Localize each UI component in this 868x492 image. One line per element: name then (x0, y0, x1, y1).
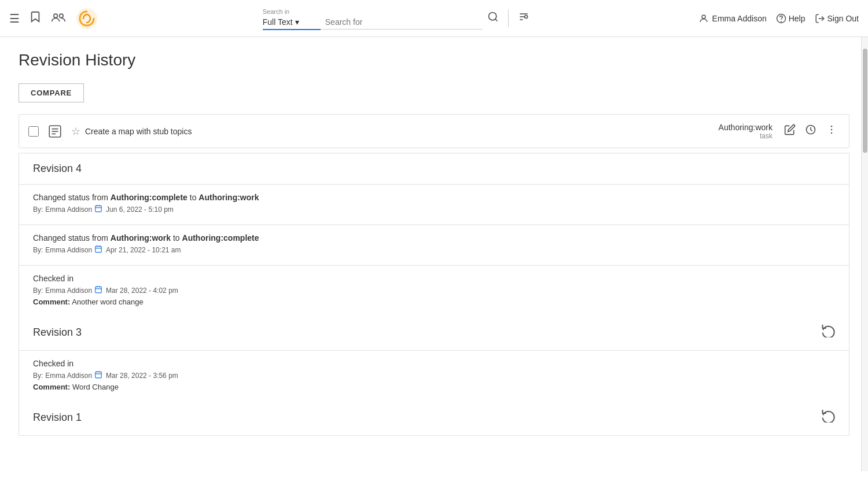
by-label: By: (33, 205, 43, 214)
revision-section-4: Revision 4 Changed status from Authoring… (19, 153, 849, 314)
signout-label: Sign Out (827, 14, 859, 23)
date: Mar 28, 2022 - 4:02 pm (106, 287, 178, 295)
revision-action: Changed status from Authoring:complete t… (33, 193, 835, 202)
search-in-wrapper: Search in Full Text ▾ (263, 7, 321, 30)
svg-point-0 (54, 14, 58, 18)
svg-point-9 (702, 15, 705, 19)
signout-button[interactable]: Sign Out (815, 13, 859, 24)
main-content: Revision History COMPARE ☆ Create a map … (0, 37, 868, 450)
author: Emma Addison (45, 372, 92, 380)
page-title: Revision History (19, 51, 849, 69)
search-for-wrapper (321, 7, 483, 30)
revision-comment: Comment: Another word change (33, 298, 835, 306)
revision-comment: Comment: Word Change (33, 383, 835, 391)
svg-point-1 (60, 14, 64, 18)
by-label: By: (33, 372, 43, 380)
svg-point-19 (831, 129, 833, 131)
svg-point-3 (488, 13, 496, 20)
doc-status-sub: task (719, 132, 773, 140)
revision-section-3: Revision 3 Checked in By: Emma Addison (19, 314, 849, 399)
header-center: Search in Full Text ▾ (98, 7, 698, 30)
compare-button[interactable]: COMPARE (19, 83, 84, 102)
to-status: Authoring:complete (182, 233, 259, 243)
revision-3-title: Revision 3 (33, 326, 82, 339)
svg-point-11 (781, 21, 781, 21)
search-container: Search in Full Text ▾ (263, 7, 534, 30)
user-button[interactable]: Emma Addison (698, 13, 767, 24)
revision-entry: Checked in By: Emma Addison Mar 28, 2022… (19, 266, 849, 314)
revision-4-title: Revision 4 (33, 163, 82, 175)
doc-type-icon (46, 122, 64, 141)
scrollbar-track (861, 37, 868, 450)
search-input[interactable] (321, 7, 483, 30)
logo (75, 7, 98, 30)
svg-point-20 (831, 133, 833, 134)
to-status: Authoring:work (198, 193, 259, 202)
vertical-divider (508, 10, 509, 27)
svg-line-4 (495, 19, 498, 21)
hamburger-icon[interactable]: ☰ (9, 12, 20, 25)
from-status: Authoring:complete (111, 193, 187, 202)
revision-1-title: Revision 1 (33, 412, 82, 424)
svg-rect-21 (95, 205, 102, 212)
header-right: Emma Addison Help Sign Out (698, 13, 859, 24)
revision-entry: Changed status from Authoring:complete t… (19, 185, 849, 225)
doc-actions (782, 122, 840, 141)
group-icon[interactable] (51, 10, 66, 27)
revision-meta: By: Emma Addison Mar 28, 2022 - 3:56 pm (33, 370, 835, 380)
calendar-icon (94, 370, 102, 380)
user-name: Emma Addison (712, 14, 767, 23)
revision-action: Checked in (33, 359, 835, 368)
header-left: ☰ (9, 7, 98, 30)
calendar-icon (94, 204, 102, 214)
filter-icon[interactable] (513, 11, 534, 25)
calendar-icon (94, 245, 102, 255)
revision-section-1: Revision 1 (19, 399, 849, 435)
calendar-icon (94, 285, 102, 295)
revision-1-restore-button[interactable] (821, 409, 835, 426)
dropdown-icon: ▾ (295, 17, 299, 27)
scrollbar-thumb[interactable] (863, 49, 867, 153)
help-button[interactable]: Help (776, 13, 806, 24)
from-status: Authoring:work (111, 233, 171, 243)
help-label: Help (789, 14, 806, 23)
revision-3-restore-button[interactable] (821, 324, 835, 341)
author: Emma Addison (45, 287, 92, 295)
svg-rect-29 (95, 287, 102, 293)
more-button[interactable] (823, 122, 840, 141)
by-label: By: (33, 246, 43, 254)
doc-status-title: Authoring:work (719, 123, 773, 132)
document-row: ☆ Create a map with stub topics Authorin… (19, 114, 849, 148)
svg-point-18 (831, 126, 833, 127)
header: ☰ Search in Full Text ▾ (0, 0, 868, 37)
revision-action: Changed status from Authoring:work to Au… (33, 233, 835, 243)
history-button[interactable] (803, 122, 819, 141)
revision-action: Checked in (33, 274, 835, 283)
revision-3-header: Revision 3 (19, 314, 849, 351)
revisions-area: Revision 4 Changed status from Authoring… (19, 153, 849, 436)
svg-point-8 (524, 16, 527, 19)
star-icon[interactable]: ☆ (71, 125, 80, 138)
revision-entry: Checked in By: Emma Addison Mar 28, 2022… (19, 351, 849, 399)
edit-button[interactable] (782, 122, 798, 141)
search-in-label: Search in (263, 8, 289, 15)
revision-meta: By: Emma Addison Apr 21, 2022 - 10:21 am (33, 245, 835, 255)
date: Mar 28, 2022 - 3:56 pm (106, 372, 178, 380)
doc-name: Create a map with stub topics (85, 127, 719, 136)
bookmark-icon[interactable] (29, 10, 42, 26)
date: Apr 21, 2022 - 10:21 am (106, 246, 181, 254)
doc-checkbox[interactable] (28, 126, 39, 137)
revision-1-header: Revision 1 (19, 399, 849, 435)
author: Emma Addison (45, 246, 92, 254)
date: Jun 6, 2022 - 5:10 pm (106, 205, 174, 214)
revision-4-header: Revision 4 (19, 153, 849, 185)
doc-status: Authoring:work task (719, 123, 773, 140)
svg-rect-25 (95, 246, 102, 252)
revision-meta: By: Emma Addison Jun 6, 2022 - 5:10 pm (33, 204, 835, 214)
revision-meta: By: Emma Addison Mar 28, 2022 - 4:02 pm (33, 285, 835, 295)
svg-rect-33 (95, 372, 102, 378)
revision-entry: Changed status from Authoring:work to Au… (19, 225, 849, 266)
author: Emma Addison (45, 205, 92, 214)
by-label: By: (33, 287, 43, 295)
search-icon[interactable] (483, 11, 503, 25)
